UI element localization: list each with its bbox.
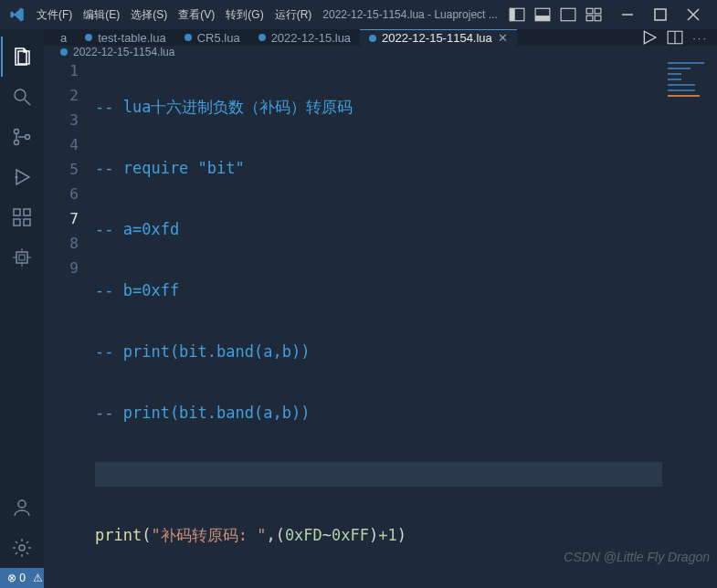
svg-rect-5 bbox=[586, 8, 593, 14]
lua-icon bbox=[60, 48, 68, 56]
tab-test-table[interactable]: test-table.lua bbox=[76, 29, 174, 46]
svg-rect-25 bbox=[19, 255, 25, 260]
activity-bar bbox=[0, 29, 44, 568]
settings-gear-icon[interactable] bbox=[0, 528, 44, 568]
lua-icon bbox=[258, 34, 266, 41]
svg-rect-3 bbox=[535, 16, 550, 21]
code-content[interactable]: -- lua十六进制负数（补码）转原码 -- require "bit" -- … bbox=[95, 58, 662, 588]
tab-label: 2022-12-15.lua bbox=[271, 31, 351, 45]
source-control-icon[interactable] bbox=[0, 117, 44, 157]
svg-rect-8 bbox=[595, 16, 601, 21]
tab-label: 2022-12-15-1154.lua bbox=[382, 31, 492, 45]
maximize-button[interactable] bbox=[644, 0, 677, 29]
search-icon[interactable] bbox=[0, 77, 44, 117]
svg-marker-32 bbox=[645, 31, 656, 44]
close-icon[interactable]: ✕ bbox=[498, 31, 508, 45]
svg-point-16 bbox=[15, 141, 19, 145]
svg-marker-18 bbox=[16, 170, 29, 184]
minimap[interactable] bbox=[662, 58, 717, 588]
lua-icon bbox=[185, 34, 192, 41]
editor-tabs: a test-table.lua CR5.lua 2022-12-15.lua … bbox=[44, 29, 717, 46]
tab-label: CR5.lua bbox=[197, 31, 240, 45]
svg-rect-7 bbox=[586, 16, 593, 21]
cpu-icon[interactable] bbox=[0, 237, 44, 278]
layout-panel-icon[interactable] bbox=[534, 6, 551, 23]
line-gutter: 1 2 3 4 5 6 7 8 9 bbox=[44, 58, 95, 588]
svg-line-14 bbox=[25, 100, 30, 105]
svg-rect-1 bbox=[510, 8, 515, 21]
lua-icon bbox=[85, 34, 92, 41]
lua-icon bbox=[369, 35, 376, 42]
layout-sidebar-right-icon[interactable] bbox=[560, 6, 576, 23]
menu-edit[interactable]: 编辑(E) bbox=[78, 7, 125, 23]
explorer-icon[interactable] bbox=[1, 37, 43, 77]
window-title: 2022-12-15-1154.lua - Luaproject ... bbox=[317, 8, 509, 21]
svg-point-15 bbox=[15, 130, 19, 134]
breadcrumb[interactable]: 2022-12-15-1154.lua bbox=[44, 46, 717, 58]
svg-point-30 bbox=[18, 500, 26, 508]
svg-rect-23 bbox=[24, 209, 30, 215]
svg-rect-4 bbox=[561, 8, 575, 21]
code-editor[interactable]: 1 2 3 4 5 6 7 8 9 -- lua十六进制负数（补码）转原码 --… bbox=[44, 58, 717, 588]
tab-label: a bbox=[60, 31, 67, 45]
vscode-icon bbox=[9, 6, 26, 23]
customize-layout-icon[interactable] bbox=[585, 6, 602, 23]
menu-selection[interactable]: 选择(S) bbox=[125, 7, 173, 23]
title-bar: 文件(F) 编辑(E) 选择(S) 查看(V) 转到(G) 运行(R) 2022… bbox=[0, 0, 717, 29]
svg-point-13 bbox=[15, 89, 26, 100]
svg-rect-21 bbox=[14, 219, 20, 226]
menu-file[interactable]: 文件(F) bbox=[31, 7, 78, 23]
menu-view[interactable]: 查看(V) bbox=[173, 7, 220, 23]
tab-cr5[interactable]: CR5.lua bbox=[175, 29, 249, 46]
svg-point-31 bbox=[19, 545, 25, 551]
svg-rect-6 bbox=[595, 8, 601, 14]
watermark: CSDN @Little Fly Dragon bbox=[564, 550, 710, 564]
run-icon[interactable] bbox=[641, 29, 658, 46]
minimize-button[interactable] bbox=[611, 0, 644, 29]
menu-run[interactable]: 运行(R) bbox=[269, 7, 318, 23]
account-icon[interactable] bbox=[0, 488, 44, 528]
svg-rect-10 bbox=[655, 9, 666, 20]
svg-rect-24 bbox=[16, 252, 27, 263]
tab-lua-partial[interactable]: a bbox=[44, 29, 76, 46]
status-errors[interactable]: ⊗ 0 bbox=[7, 572, 26, 584]
svg-point-19 bbox=[16, 176, 18, 179]
tab-2022-12-15-1154[interactable]: 2022-12-15-1154.lua✕ bbox=[360, 29, 517, 46]
close-button[interactable] bbox=[677, 0, 710, 29]
breadcrumb-item: 2022-12-15-1154.lua bbox=[73, 46, 174, 58]
svg-point-17 bbox=[26, 135, 30, 140]
more-icon[interactable]: ··· bbox=[692, 31, 708, 45]
layout-sidebar-left-icon[interactable] bbox=[509, 6, 525, 23]
run-debug-icon[interactable] bbox=[0, 157, 44, 197]
tab-2022-12-15[interactable]: 2022-12-15.lua bbox=[249, 29, 360, 46]
split-editor-icon[interactable] bbox=[667, 29, 683, 46]
svg-rect-22 bbox=[24, 219, 30, 226]
extensions-icon[interactable] bbox=[0, 197, 44, 237]
menu-go[interactable]: 转到(G) bbox=[220, 7, 269, 23]
tab-label: test-table.lua bbox=[98, 31, 165, 45]
svg-rect-20 bbox=[14, 209, 20, 215]
